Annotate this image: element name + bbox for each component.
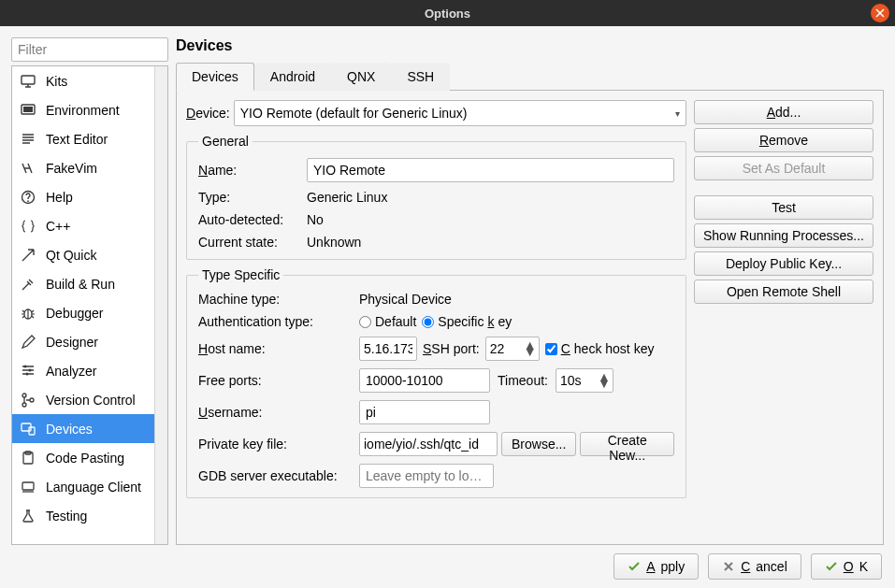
key-input[interactable] [359,432,498,456]
hammer-icon [20,276,36,293]
set-default-button[interactable]: Set As Default [694,156,873,180]
free-row: Timeout: 10s▲▼ [359,368,674,393]
category-label: Help [46,190,73,205]
svg-point-6 [24,365,27,367]
machine-value: Physical Device [359,292,674,307]
remove-button[interactable]: Remove [694,128,873,152]
x-icon [722,560,735,573]
show-processes-button[interactable]: Show Running Processes... [694,223,873,248]
close-icon [875,8,885,18]
down-icon[interactable]: ▼ [524,349,535,355]
add-button[interactable]: Add... [694,100,873,124]
state-label: Current state: [198,235,301,250]
key-row: Browse... Create New... [359,432,674,456]
host-input[interactable] [359,337,417,361]
category-qtquick[interactable]: Qt Quick [12,240,154,269]
ssh-label: SSH port: [423,341,480,356]
title-bar: Options [0,0,895,26]
category-label: Analyzer [46,364,96,379]
apply-button[interactable]: Apply [614,553,699,580]
free-ports-input[interactable] [359,368,490,393]
svg-point-8 [26,372,29,375]
type-label: Type: [198,190,301,205]
category-label: Designer [46,335,98,350]
cancel-button[interactable]: Cancel [708,553,801,580]
close-button[interactable] [871,4,889,22]
pencil-icon [20,334,36,351]
host-label: Host name: [198,341,355,356]
help-icon [20,189,36,206]
category-help[interactable]: Help [12,182,154,211]
sidebar: Kits Environment Text Editor FakeVim Hel… [11,37,168,545]
tab-qnx[interactable]: QNX [331,63,391,91]
sidebar-scrollbar[interactable] [154,66,167,544]
screen-icon [20,102,36,119]
category-label: Qt Quick [46,248,96,263]
category-kits[interactable]: Kits [12,66,154,95]
category-text-editor[interactable]: Text Editor [12,124,154,153]
tab-android[interactable]: Android [254,63,331,91]
timeout-label: Timeout: [498,373,548,388]
tab-left: Device: YIO Remote (default for Generic … [186,100,686,535]
device-select-value: YIO Remote (default for Generic Linux) [240,106,468,121]
svg-point-11 [30,398,34,402]
side-buttons: Add... Remove Set As Default Test Show R… [694,100,873,535]
tab-devices[interactable]: Devices [176,63,254,91]
category-list: Kits Environment Text Editor FakeVim Hel… [11,65,168,545]
test-button[interactable]: Test [694,195,873,220]
monitor-icon [20,73,36,90]
category-designer[interactable]: Designer [12,327,154,356]
category-label: Version Control [46,393,136,408]
check-host-key[interactable]: Check host key [545,341,655,356]
auth-key-radio[interactable]: Specific key [422,314,512,329]
username-input[interactable] [359,400,490,424]
gdb-input[interactable] [359,464,494,488]
category-version-control[interactable]: Version Control [12,385,154,414]
open-shell-button[interactable]: Open Remote Shell [694,280,873,304]
category-environment[interactable]: Environment [12,95,154,124]
ok-button[interactable]: OK [811,553,882,580]
category-fakevim[interactable]: FakeVim [12,153,154,182]
category-label: Environment [46,103,120,118]
braces-icon [20,218,36,235]
devices-icon [20,421,36,437]
type-specific-section: Type Specific Machine type: Physical Dev… [186,267,686,498]
check-icon [825,560,838,573]
svg-point-7 [29,368,32,371]
svg-point-10 [22,403,26,407]
name-input[interactable] [307,158,674,182]
category-testing[interactable]: Testing [12,501,154,530]
category-language-client[interactable]: Language Client [12,472,154,501]
ts-legend: Type Specific [198,267,283,282]
auth-radio-row: Default Specific key [359,314,674,329]
down-icon[interactable]: ▼ [598,380,609,387]
window-title: Options [425,7,470,21]
check-icon [628,560,641,573]
deploy-key-button[interactable]: Deploy Public Key... [694,251,873,276]
general-section: General Name: Type: Generic Linux Auto-d… [186,134,686,260]
chevron-down-icon: ▾ [675,108,680,119]
general-legend: General [198,134,253,149]
category-label: Debugger [46,306,104,321]
category-build-run[interactable]: Build & Run [12,269,154,298]
paste-icon [20,450,36,466]
create-new-button[interactable]: Create New... [580,432,674,456]
branch-icon [20,392,36,409]
category-devices[interactable]: Devices [12,414,154,443]
category-code-pasting[interactable]: Code Pasting [12,443,154,472]
category-cpp[interactable]: C++ [12,211,154,240]
auth-default-radio[interactable]: Default [359,314,416,329]
tab-bar: Devices Android QNX SSH [176,62,884,91]
category-analyzer[interactable]: Analyzer [12,356,154,385]
svg-point-4 [27,200,29,202]
ssh-port-input[interactable]: 22▲▼ [485,337,540,361]
tab-ssh[interactable]: SSH [391,63,450,91]
name-label: Name: [198,163,301,178]
category-debugger[interactable]: Debugger [12,298,154,327]
filter-input[interactable] [11,37,168,62]
category-label: FakeVim [46,161,97,176]
timeout-input[interactable]: 10s▲▼ [556,368,614,393]
category-list-inner: Kits Environment Text Editor FakeVim Hel… [12,66,154,544]
browse-button[interactable]: Browse... [501,432,576,456]
device-select[interactable]: YIO Remote (default for Generic Linux) ▾ [234,100,686,126]
